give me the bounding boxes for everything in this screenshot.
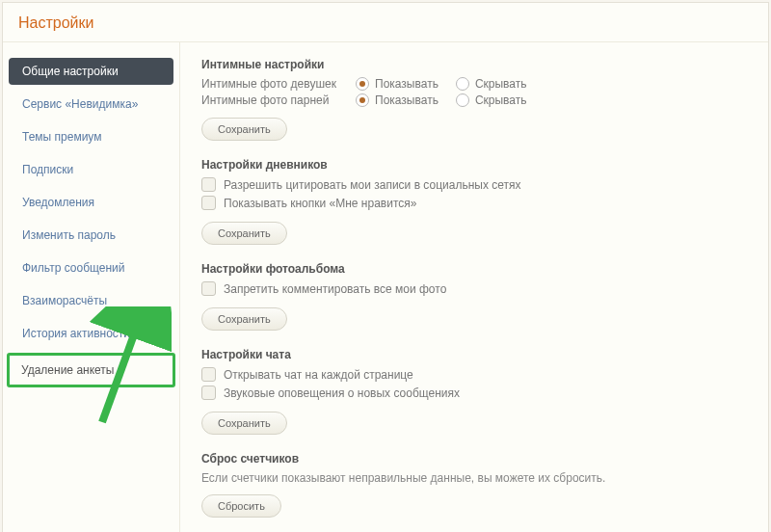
page-header: Настройки [3,3,768,42]
intimate-guys-label: Интимные фото парней [201,93,356,107]
checkbox-icon [201,281,216,296]
section-title: Интимные настройки [201,58,747,71]
checkbox-icon [201,367,216,382]
intimate-girls-hide-radio[interactable]: Скрывать [456,77,527,91]
album-nocomment-checkbox[interactable]: Запретить комментировать все мои фото [201,281,747,296]
section-title: Настройки дневников [201,158,747,172]
sidebar-item-invisible[interactable]: Сервис «Невидимка» [9,91,173,118]
section-title: Сброс счетчиков [201,452,747,466]
sidebar-item-notifications[interactable]: Уведомления [9,189,173,216]
sidebar-item-activity[interactable]: История активности [9,320,173,347]
intimate-guys-hide-radio[interactable]: Скрывать [456,93,527,107]
checkbox-icon [201,196,216,210]
chat-sound-checkbox[interactable]: Звуковые оповещения о новых сообщениях [201,386,747,400]
intimate-save-button[interactable]: Сохранить [201,118,287,141]
intimate-girls-show-radio[interactable]: Показывать [356,77,439,91]
section-album: Настройки фотоальбома Запретить комменти… [201,262,747,331]
sidebar-item-delete-profile[interactable]: Удаление анкеты [7,353,175,387]
intimate-girls-label: Интимные фото девушек [201,77,356,91]
intimate-guys-show-radio[interactable]: Показывать [356,93,439,107]
sidebar-item-message-filter[interactable]: Фильтр сообщений [9,254,173,281]
counters-desc: Если счетчики показывают неправильные да… [201,471,747,485]
radio-icon [356,77,369,91]
counters-reset-button[interactable]: Сбросить [201,494,281,518]
album-save-button[interactable]: Сохранить [201,307,287,331]
chat-save-button[interactable]: Сохранить [201,412,287,435]
radio-icon [456,93,469,107]
diary-like-checkbox[interactable]: Показывать кнопки «Мне нравится» [201,196,747,210]
content: Интимные настройки Интимные фото девушек… [180,42,768,532]
section-title: Настройки чата [201,348,747,361]
sidebar-item-general[interactable]: Общие настройки [9,58,173,85]
page-title: Настройки [18,14,753,32]
sidebar-item-billing[interactable]: Взаиморасчёты [9,287,173,314]
checkbox-icon [201,386,216,400]
diary-quote-checkbox[interactable]: Разрешить цитировать мои записи в социал… [201,177,747,192]
radio-icon [356,93,369,107]
section-chat: Настройки чата Открывать чат на каждой с… [201,348,747,435]
chat-open-checkbox[interactable]: Открывать чат на каждой странице [201,367,747,382]
sidebar-item-password[interactable]: Изменить пароль [9,222,173,249]
sidebar-item-subscriptions[interactable]: Подписки [9,156,173,183]
section-diary: Настройки дневников Разрешить цитировать… [201,158,747,245]
sidebar: Общие настройки Сервис «Невидимка» Темы … [3,42,180,532]
section-title: Настройки фотоальбома [201,262,747,276]
sidebar-item-themes[interactable]: Темы премиум [9,123,173,150]
section-counters: Сброс счетчиков Если счетчики показывают… [201,452,747,518]
diary-save-button[interactable]: Сохранить [201,222,287,245]
radio-icon [456,77,469,91]
checkbox-icon [201,177,216,192]
section-intimate: Интимные настройки Интимные фото девушек… [201,58,747,141]
